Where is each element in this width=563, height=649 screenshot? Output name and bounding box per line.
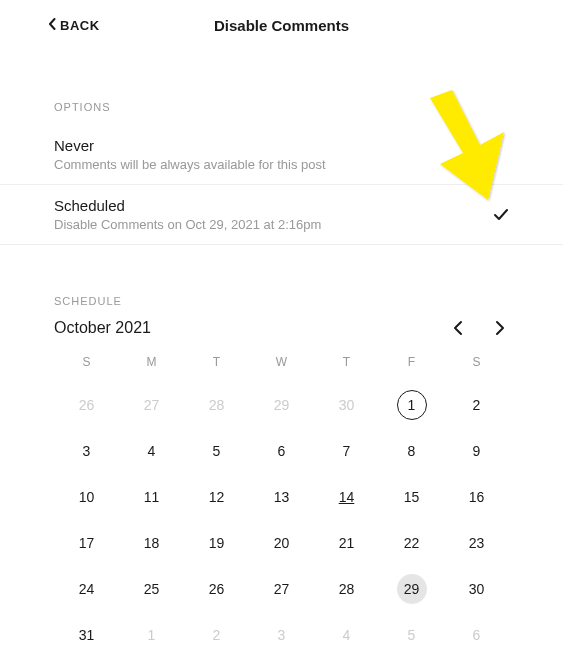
calendar-day: 2 [184, 619, 249, 649]
calendar-day[interactable]: 30 [444, 573, 509, 605]
calendar-day-number: 9 [462, 436, 492, 466]
calendar-day-number: 6 [267, 436, 297, 466]
back-label: BACK [60, 18, 100, 33]
calendar-day[interactable]: 9 [444, 435, 509, 467]
calendar-day-number: 25 [137, 574, 167, 604]
calendar-day[interactable]: 4 [119, 435, 184, 467]
calendar-day[interactable]: 24 [54, 573, 119, 605]
calendar-day-number: 7 [332, 436, 362, 466]
calendar-day[interactable]: 31 [54, 619, 119, 649]
option-subtitle: Comments will be always available for th… [54, 157, 509, 172]
chevron-right-icon [495, 320, 505, 336]
calendar-day[interactable]: 28 [314, 573, 379, 605]
calendar-day[interactable]: 29 [379, 573, 444, 605]
calendar-day[interactable]: 12 [184, 481, 249, 513]
calendar-day-number: 26 [72, 390, 102, 420]
calendar-day[interactable]: 16 [444, 481, 509, 513]
calendar-day[interactable]: 14 [314, 481, 379, 513]
dow-header: F [379, 355, 444, 375]
calendar-day[interactable]: 19 [184, 527, 249, 559]
calendar-day-number: 3 [72, 436, 102, 466]
calendar-day: 4 [314, 619, 379, 649]
calendar-day[interactable]: 10 [54, 481, 119, 513]
option-never[interactable]: Never Comments will be always available … [0, 125, 563, 185]
calendar-day: 1 [119, 619, 184, 649]
calendar-day[interactable]: 23 [444, 527, 509, 559]
calendar-day-number: 19 [202, 528, 232, 558]
calendar-day[interactable]: 11 [119, 481, 184, 513]
calendar-day[interactable]: 22 [379, 527, 444, 559]
calendar-day[interactable]: 18 [119, 527, 184, 559]
calendar-day[interactable]: 2 [444, 389, 509, 421]
calendar-day-number: 28 [332, 574, 362, 604]
calendar-day[interactable]: 13 [249, 481, 314, 513]
calendar-day-number: 13 [267, 482, 297, 512]
calendar-day[interactable]: 7 [314, 435, 379, 467]
calendar-day[interactable]: 15 [379, 481, 444, 513]
calendar-day-number: 26 [202, 574, 232, 604]
calendar-day-number: 4 [137, 436, 167, 466]
next-month-button[interactable] [491, 319, 509, 337]
calendar-day-number: 30 [332, 390, 362, 420]
calendar-day[interactable]: 3 [54, 435, 119, 467]
calendar-day-number: 20 [267, 528, 297, 558]
back-button[interactable]: BACK [48, 18, 100, 33]
calendar-day-number: 23 [462, 528, 492, 558]
calendar-day-number: 17 [72, 528, 102, 558]
dow-header: T [314, 355, 379, 375]
option-scheduled[interactable]: Scheduled Disable Comments on Oct 29, 20… [0, 185, 563, 245]
calendar-day-number: 4 [332, 620, 362, 649]
calendar-day[interactable]: 5 [184, 435, 249, 467]
prev-month-button[interactable] [449, 319, 467, 337]
schedule-section-label: SCHEDULE [0, 295, 563, 307]
calendar-day-number: 14 [332, 482, 362, 512]
calendar-day[interactable]: 1 [379, 389, 444, 421]
calendar-day[interactable]: 8 [379, 435, 444, 467]
calendar-day: 30 [314, 389, 379, 421]
dow-header: W [249, 355, 314, 375]
calendar-day-number: 27 [267, 574, 297, 604]
calendar-day-number: 2 [462, 390, 492, 420]
calendar-day-number: 5 [397, 620, 427, 649]
options-section-label: OPTIONS [0, 101, 563, 113]
calendar-day: 29 [249, 389, 314, 421]
chevron-left-icon [48, 18, 56, 33]
option-subtitle: Disable Comments on Oct 29, 2021 at 2:16… [54, 217, 493, 232]
calendar-day: 26 [54, 389, 119, 421]
calendar-day[interactable]: 17 [54, 527, 119, 559]
calendar-day-number: 31 [72, 620, 102, 649]
dow-header: S [54, 355, 119, 375]
header: BACK Disable Comments [0, 0, 563, 51]
calendar-day[interactable]: 6 [249, 435, 314, 467]
calendar-day[interactable]: 25 [119, 573, 184, 605]
calendar-day: 6 [444, 619, 509, 649]
option-title: Never [54, 137, 509, 154]
calendar-day-number: 21 [332, 528, 362, 558]
option-text: Never Comments will be always available … [54, 137, 509, 172]
calendar-day[interactable]: 21 [314, 527, 379, 559]
calendar-day-number: 10 [72, 482, 102, 512]
calendar-day[interactable]: 20 [249, 527, 314, 559]
dow-header: M [119, 355, 184, 375]
calendar-day-number: 1 [397, 390, 427, 420]
calendar-day-number: 16 [462, 482, 492, 512]
calendar-day-number: 18 [137, 528, 167, 558]
calendar-day-number: 2 [202, 620, 232, 649]
calendar-day-number: 15 [397, 482, 427, 512]
calendar-day-number: 27 [137, 390, 167, 420]
schedule-section: October 2021 SMTWTFS26272829301234567891… [0, 319, 563, 649]
calendar-day[interactable]: 26 [184, 573, 249, 605]
option-text: Scheduled Disable Comments on Oct 29, 20… [54, 197, 493, 232]
chevron-left-icon [453, 320, 463, 336]
month-header: October 2021 [54, 319, 509, 337]
calendar-day: 28 [184, 389, 249, 421]
calendar-day-number: 29 [267, 390, 297, 420]
dow-header: S [444, 355, 509, 375]
calendar-day: 5 [379, 619, 444, 649]
calendar-day[interactable]: 27 [249, 573, 314, 605]
calendar-day-number: 1 [137, 620, 167, 649]
calendar-day-number: 11 [137, 482, 167, 512]
check-icon [493, 207, 509, 223]
calendar-day-number: 3 [267, 620, 297, 649]
calendar-day-number: 12 [202, 482, 232, 512]
